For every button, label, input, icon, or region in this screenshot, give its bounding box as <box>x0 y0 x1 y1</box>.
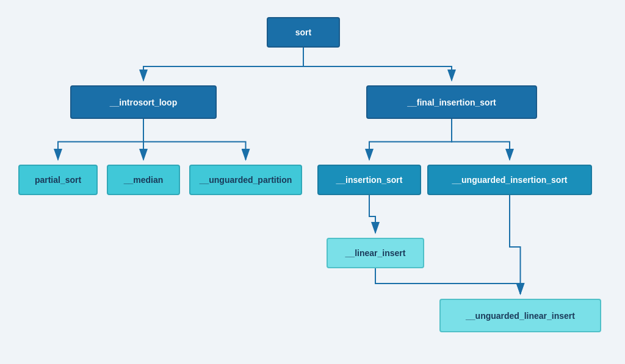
node-unguarded_insertion_sort: __unguarded_insertion_sort <box>427 165 592 195</box>
node-final_insertion_sort: __final_insertion_sort <box>366 85 537 119</box>
node-introsort_loop: __introsort_loop <box>70 85 217 119</box>
call-graph-diagram: sort__introsort_loop__final_insertion_so… <box>0 0 625 364</box>
node-median: __median <box>107 165 180 195</box>
node-unguarded_linear_insert: __unguarded_linear_insert <box>439 299 601 332</box>
node-partial_sort: partial_sort <box>18 165 98 195</box>
node-sort: sort <box>267 17 340 48</box>
node-unguarded_partition: __unguarded_partition <box>189 165 302 195</box>
node-linear_insert: __linear_insert <box>327 238 424 268</box>
node-insertion_sort: __insertion_sort <box>317 165 421 195</box>
